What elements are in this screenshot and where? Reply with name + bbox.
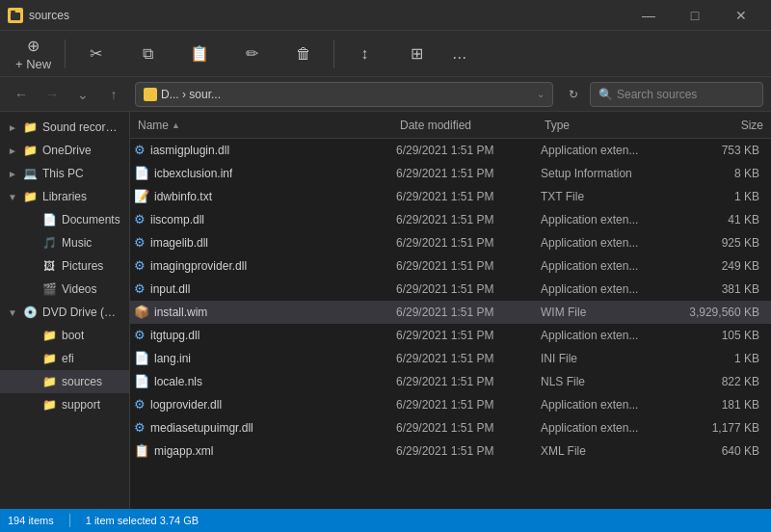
toolbar-sep-1: [65, 40, 66, 68]
back-button[interactable]: ←: [8, 81, 35, 108]
search-bar[interactable]: 🔍 Search sources: [590, 82, 763, 107]
table-row[interactable]: 📄 lang.ini 6/29/2021 1:51 PM INI File 1 …: [130, 347, 771, 370]
table-row[interactable]: ⚙ mediasetupuimgr.dll 6/29/2021 1:51 PM …: [130, 416, 771, 439]
sidebar-item-this-pc[interactable]: ►💻This PC: [0, 162, 129, 185]
close-button[interactable]: ✕: [719, 0, 763, 31]
file-size: 3,929,560 KB: [680, 306, 767, 319]
new-button[interactable]: ⊕ + New: [8, 33, 59, 75]
sidebar-item-label: support: [62, 398, 100, 412]
file-date: 6/29/2021 1:51 PM: [396, 444, 541, 458]
copy-icon: ⧉: [143, 45, 153, 63]
sidebar-item-libraries[interactable]: ▼📁Libraries: [0, 185, 129, 208]
svg-rect-1: [11, 11, 15, 13]
refresh-button[interactable]: ↻: [561, 82, 586, 107]
file-type-icon: ⚙: [134, 281, 146, 296]
file-name: 📦 install.wim: [134, 305, 396, 319]
file-date: 6/29/2021 1:51 PM: [396, 421, 541, 435]
file-date: 6/29/2021 1:51 PM: [396, 352, 541, 365]
file-size: 925 KB: [680, 236, 767, 250]
file-date: 6/29/2021 1:51 PM: [396, 167, 541, 180]
file-name-text: logprovider.dll: [150, 398, 222, 412]
file-name: ⚙ itgtupg.dll: [134, 328, 396, 342]
table-row[interactable]: 📄 locale.nls 6/29/2021 1:51 PM NLS File …: [130, 370, 771, 393]
file-name-text: migapp.xml: [154, 444, 213, 458]
col-header-date[interactable]: Date modified: [396, 119, 541, 132]
sidebar-item-pictures[interactable]: 🖼Pictures: [0, 254, 129, 278]
table-row[interactable]: ⚙ imagelib.dll 6/29/2021 1:51 PM Applica…: [130, 231, 771, 254]
sidebar-item-label: Sound recordin...: [42, 120, 121, 134]
folder-icon: [8, 8, 23, 23]
sidebar-item-support[interactable]: 📁support: [0, 393, 129, 416]
folder-icon: 📁: [23, 120, 37, 134]
folder-icon: 📁: [42, 329, 56, 342]
file-date: 6/29/2021 1:51 PM: [396, 236, 541, 250]
file-type: WIM File: [541, 306, 680, 319]
file-size: 8 KB: [680, 167, 767, 180]
table-row[interactable]: ⚙ itgtupg.dll 6/29/2021 1:51 PM Applicat…: [130, 324, 771, 347]
view-button[interactable]: ⊞: [392, 33, 440, 75]
rename-icon: ✏: [246, 44, 258, 63]
sort-button[interactable]: ↕: [340, 33, 388, 75]
address-bar[interactable]: D... › sour... ⌄: [135, 82, 553, 107]
folder-icon: 🎬: [42, 282, 56, 296]
file-size: 1 KB: [680, 352, 767, 365]
folder-icon: 📁: [42, 352, 56, 365]
sidebar-item-dvd-drive[interactable]: ▼💿DVD Drive (G:) W...: [0, 301, 129, 324]
table-row[interactable]: ⚙ iasmigplugin.dll 6/29/2021 1:51 PM App…: [130, 139, 771, 162]
file-name: 📄 icbexclusion.inf: [134, 166, 396, 180]
col-header-size[interactable]: Size: [680, 119, 767, 132]
table-row[interactable]: 📦 install.wim 6/29/2021 1:51 PM WIM File…: [130, 301, 771, 324]
sidebar-item-music[interactable]: 🎵Music: [0, 231, 129, 254]
file-type-icon: 📦: [134, 305, 149, 319]
file-area: Name ▲ Date modified Type Size ⚙ iasmigp…: [130, 112, 771, 509]
table-row[interactable]: ⚙ imagingprovider.dll 6/29/2021 1:51 PM …: [130, 254, 771, 278]
file-name: 📄 locale.nls: [134, 374, 396, 388]
address-chevron-icon: ⌄: [537, 89, 545, 99]
table-row[interactable]: ⚙ input.dll 6/29/2021 1:51 PM Applicatio…: [130, 278, 771, 301]
file-type: Setup Information: [541, 167, 680, 180]
sidebar-item-documents[interactable]: 📄Documents: [0, 208, 129, 231]
table-row[interactable]: ⚙ logprovider.dll 6/29/2021 1:51 PM Appl…: [130, 393, 771, 416]
sidebar-item-onedrive[interactable]: ►📁OneDrive: [0, 139, 129, 162]
table-row[interactable]: ⚙ iiscomp.dll 6/29/2021 1:51 PM Applicat…: [130, 208, 771, 231]
delete-button[interactable]: 🗑: [279, 33, 328, 75]
table-row[interactable]: 📝 idwbinfo.txt 6/29/2021 1:51 PM TXT Fil…: [130, 185, 771, 208]
sidebar-item-videos[interactable]: 🎬Videos: [0, 278, 129, 301]
sidebar-item-boot[interactable]: 📁boot: [0, 324, 129, 347]
file-name: ⚙ iasmigplugin.dll: [134, 143, 396, 157]
col-header-type[interactable]: Type: [541, 119, 680, 132]
file-name: ⚙ iiscomp.dll: [134, 212, 396, 226]
copy-button[interactable]: ⧉: [123, 33, 172, 75]
sidebar-item-label: DVD Drive (G:) W...: [42, 306, 121, 319]
forward-button[interactable]: →: [39, 81, 66, 108]
file-name: 📋 migapp.xml: [134, 443, 396, 458]
sidebar-item-label: Libraries: [42, 190, 87, 203]
minimize-button[interactable]: —: [626, 0, 671, 31]
expand-arrow: ►: [8, 122, 17, 133]
sidebar-item-label: sources: [62, 375, 102, 388]
sidebar-item-efi[interactable]: 📁efi: [0, 347, 129, 370]
nav-bar: ← → ⌄ ↑ D... › sour... ⌄ ↻ 🔍 Search sour…: [0, 77, 771, 112]
rename-button[interactable]: ✏: [227, 33, 276, 75]
title-controls: — □ ✕: [626, 0, 763, 31]
status-separator: [69, 514, 70, 527]
table-row[interactable]: 📋 migapp.xml 6/29/2021 1:51 PM XML File …: [130, 439, 771, 463]
expand-arrow: ►: [8, 169, 17, 179]
cut-button[interactable]: ✂: [71, 33, 120, 75]
up-button[interactable]: ↑: [100, 81, 127, 108]
file-type: Application exten...: [541, 144, 680, 157]
col-header-name[interactable]: Name ▲: [134, 119, 396, 132]
file-type: Application exten...: [541, 329, 680, 342]
table-row[interactable]: 📄 icbexclusion.inf 6/29/2021 1:51 PM Set…: [130, 162, 771, 185]
sidebar-item-sources[interactable]: 📁sources: [0, 370, 129, 393]
more-button[interactable]: ...: [444, 40, 474, 67]
maximize-button[interactable]: □: [673, 0, 717, 31]
file-type: Application exten...: [541, 236, 680, 250]
paste-button[interactable]: 📋: [175, 33, 224, 75]
sidebar-item-sound-recording[interactable]: ►📁Sound recordin...: [0, 116, 129, 139]
file-name: 📄 lang.ini: [134, 351, 396, 365]
recent-locations-button[interactable]: ⌄: [69, 81, 96, 108]
folder-icon: 📁: [23, 190, 37, 203]
file-type: TXT File: [541, 190, 680, 203]
file-type-icon: 📋: [134, 443, 149, 458]
